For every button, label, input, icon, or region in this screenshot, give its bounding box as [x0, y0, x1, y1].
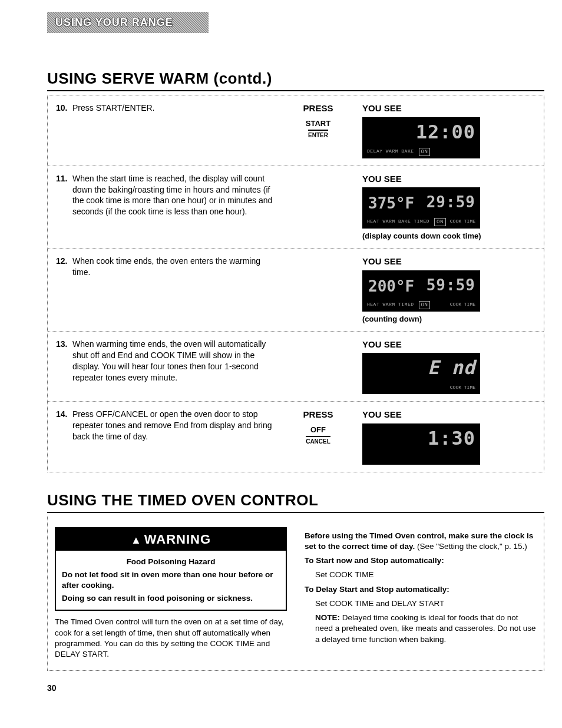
step-row-14: 14. Press OFF/CANCEL or open the oven do… — [48, 402, 544, 471]
step-text: Press OFF/CANCEL or open the oven door t… — [72, 409, 274, 442]
warning-header: WARNING — [56, 528, 286, 551]
step-text: When cook time ends, the oven enters the… — [72, 256, 274, 278]
oven-display-11: 375°F 29:59 HEAT WARM BAKE TIMEDON COOK … — [362, 187, 480, 229]
start-now-text: Set COOK TIME — [315, 570, 537, 580]
delay-note: NOTE: Delayed time cooking is ideal for … — [315, 613, 537, 645]
annunciator-right: COOK TIME — [450, 385, 475, 391]
button-cancel: CANCEL — [306, 436, 330, 446]
on-indicator: ON — [419, 301, 431, 309]
button-start: START — [306, 118, 330, 129]
you-see-header: YOU SEE — [362, 173, 535, 185]
step-row-12: 12. When cook time ends, the oven enters… — [48, 249, 544, 332]
step-number: 10. — [56, 102, 72, 114]
heading-serve-warm: USING SERVE WARM (contd.) — [47, 68, 544, 91]
display-temp: 200°F — [368, 276, 414, 297]
annunciator-right: COOK TIME — [450, 302, 475, 308]
display-temp: 375°F — [368, 193, 414, 214]
oven-display-13: E nd COOK TIME — [362, 353, 480, 394]
button-off: OFF — [310, 425, 326, 435]
step-number: 12. — [56, 256, 72, 278]
step-text: When the start time is reached, the disp… — [72, 173, 274, 218]
step-number: 13. — [56, 339, 72, 383]
step-row-13: 13. When warming time ends, the oven wil… — [48, 332, 544, 402]
step-number: 11. — [56, 173, 72, 218]
step-text: When warming time ends, the oven will au… — [72, 339, 274, 383]
button-enter: ENTER — [308, 130, 328, 140]
annunciator: HEAT WARM TIMED — [367, 302, 414, 308]
display-caption: (counting down) — [362, 314, 535, 325]
you-see-header: YOU SEE — [362, 256, 535, 267]
chapter-tag: USING YOUR RANGE — [47, 12, 209, 33]
timed-oven-panel: WARNING Food Poisoning Hazard Do not let… — [47, 517, 544, 671]
delay-start-text: Set COOK TIME and DELAY START — [315, 598, 537, 609]
clock-note-ref: (See "Setting the clock," p. 15.) — [415, 542, 527, 551]
clock-note: Before using the Timed Oven control, mak… — [305, 531, 537, 552]
oven-display-14: 1:30 — [362, 423, 480, 465]
display-digits: E nd — [428, 355, 475, 380]
steps-table: 10. Press START/ENTER. PRESS START ENTER… — [47, 95, 544, 472]
note-text: Delayed time cooking is ideal for foods … — [315, 613, 536, 643]
warning-text-1: Do not let food sit in oven more than on… — [62, 570, 280, 591]
warning-box: WARNING Food Poisoning Hazard Do not let… — [55, 527, 287, 611]
warning-text-2: Doing so can result in food poisoning or… — [62, 593, 280, 604]
heading-timed-oven: USING THE TIMED OVEN CONTROL — [47, 490, 544, 513]
annunciator: HEAT WARM BAKE TIMED — [367, 219, 429, 225]
step-row-10: 10. Press START/ENTER. PRESS START ENTER… — [48, 95, 544, 166]
oven-display-12: 200°F 59:59 HEAT WARM TIMEDON COOK TIME — [362, 270, 480, 312]
press-header: PRESS — [280, 102, 356, 114]
you-see-header: YOU SEE — [362, 339, 535, 350]
annunciator-right: COOK TIME — [450, 219, 475, 225]
display-digits: 29:59 — [427, 192, 475, 213]
display-digits: 12:00 — [416, 120, 475, 145]
warning-subtitle: Food Poisoning Hazard — [62, 557, 280, 567]
press-header: PRESS — [280, 409, 356, 421]
note-label: NOTE: — [315, 613, 340, 622]
display-digits: 59:59 — [427, 275, 475, 296]
page-number: 30 — [47, 683, 544, 694]
delay-start-heading: To Delay Start and Stop automatically: — [305, 584, 537, 595]
display-caption: (display counts down cook time) — [362, 231, 535, 241]
oven-display-10: 12:00 DELAY WARM BAKEON — [362, 117, 480, 158]
step-text: Press START/ENTER. — [72, 102, 274, 114]
on-indicator: ON — [419, 148, 431, 156]
timed-oven-description: The Timed Oven control will turn the ove… — [55, 617, 287, 660]
display-digits: 1:30 — [428, 426, 475, 451]
annunciator: DELAY WARM BAKE — [367, 148, 414, 155]
you-see-header: YOU SEE — [362, 409, 535, 421]
you-see-header: YOU SEE — [362, 102, 535, 114]
step-number: 14. — [56, 409, 72, 442]
start-now-heading: To Start now and Stop automatically: — [305, 555, 537, 566]
on-indicator: ON — [434, 218, 446, 226]
step-row-11: 11. When the start time is reached, the … — [48, 166, 544, 249]
